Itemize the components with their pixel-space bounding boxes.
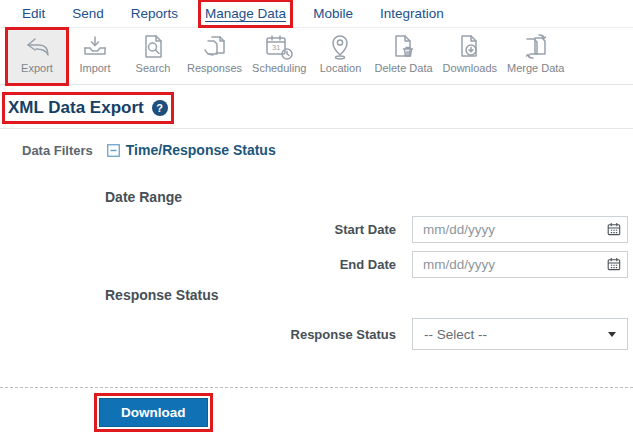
top-nav: Edit Send Reports Manage Data Mobile Int… [0,0,633,28]
end-date-label: End Date [340,257,396,272]
nav-item-send[interactable]: Send [72,6,104,21]
toolbar-item-location[interactable]: Location [311,30,369,83]
import-icon [80,33,110,61]
data-filters-row: Data Filters Time/Response Status [22,142,633,158]
location-pin-icon [325,33,355,61]
delete-data-icon [389,33,419,61]
toolbar-item-responses[interactable]: Responses [182,30,247,83]
toolbar-item-label: Location [320,62,362,74]
toolbar-item-merge-data[interactable]: Merge Data [502,30,569,83]
footer-divider [0,387,633,388]
time-response-status-toggle[interactable]: Time/Response Status [107,142,276,158]
toolbar-item-label: Scheduling [252,62,306,74]
search-document-icon [138,33,168,61]
toolbar-item-label: Delete Data [374,62,432,74]
response-status-selected-value: -- Select -- [424,327,487,342]
start-date-row: Start Date [0,216,628,243]
end-date-row: End Date [0,251,628,278]
data-filters-label: Data Filters [22,143,93,158]
nav-item-manage-data[interactable]: Manage Data [205,6,286,21]
scheduling-calendar-icon: 31 [263,33,295,61]
download-button[interactable]: Download [99,398,208,427]
toolbar-item-label: Search [136,62,171,74]
toolbar-item-delete-data[interactable]: Delete Data [369,30,437,83]
response-status-label: Response Status [291,327,396,342]
toolbar-item-export[interactable]: Export [8,30,66,83]
nav-item-integration[interactable]: Integration [380,6,444,21]
responses-icon [200,33,230,61]
export-icon [22,33,52,61]
svg-text:31: 31 [272,43,280,52]
merge-data-icon [521,33,551,61]
response-status-row: Response Status -- Select -- [0,318,628,350]
help-icon[interactable]: ? [152,100,168,116]
toolbar-item-search[interactable]: Search [124,30,182,83]
end-date-calendar-icon[interactable] [607,257,621,271]
start-date-calendar-icon[interactable] [607,222,621,236]
title-bar: XML Data Export ? [0,85,633,129]
toolbar-item-downloads[interactable]: Downloads [438,30,502,83]
filter-group-title: Time/Response Status [126,142,276,158]
start-date-label: Start Date [335,222,396,237]
chevron-down-icon [608,332,616,337]
date-range-heading: Date Range [105,189,633,205]
download-annotation-box: Download [99,398,208,427]
response-status-heading: Response Status [105,287,633,303]
end-date-input[interactable] [412,251,628,278]
toolbar-item-import[interactable]: Import [66,30,124,83]
start-date-input[interactable] [412,216,628,243]
toolbar-item-label: Import [79,62,110,74]
toolbar-item-label: Downloads [443,62,497,74]
downloads-icon [455,33,485,61]
page-title: XML Data Export [8,98,144,118]
nav-item-mobile[interactable]: Mobile [313,6,353,21]
toolbar-item-label: Responses [187,62,242,74]
nav-item-edit[interactable]: Edit [22,6,45,21]
collapse-minus-icon [107,144,120,157]
manage-data-toolbar: Export Import Search Re [0,28,633,85]
toolbar-item-label: Export [21,62,53,74]
title-annotation-box: XML Data Export ? [8,98,168,118]
toolbar-item-label: Merge Data [507,62,564,74]
response-status-select[interactable]: -- Select -- [412,318,628,350]
nav-item-reports[interactable]: Reports [131,6,178,21]
toolbar-item-scheduling[interactable]: 31 Scheduling [247,30,311,83]
